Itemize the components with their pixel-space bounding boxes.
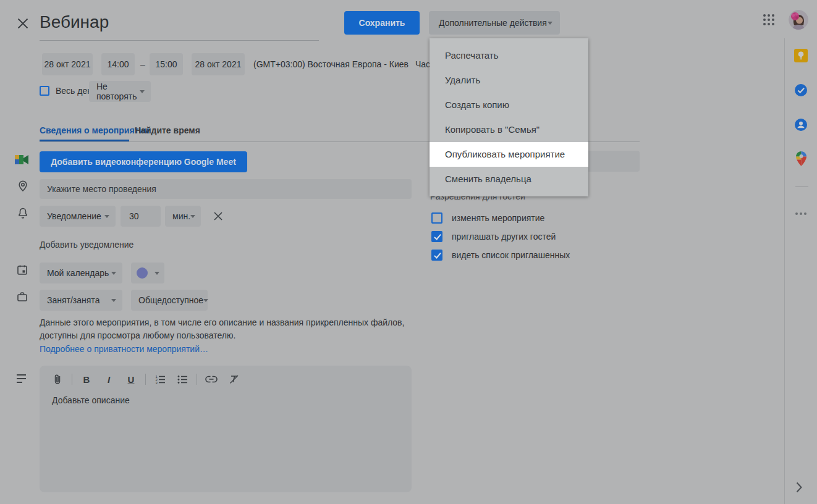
calendar-select[interactable]: Мой календарь bbox=[40, 262, 122, 284]
notification-bell-icon bbox=[17, 207, 29, 222]
more-actions-menu: Распечатать Удалить Создать копию Копиро… bbox=[430, 38, 588, 196]
chevron-down-icon bbox=[155, 272, 159, 275]
calendar-icon bbox=[16, 264, 28, 279]
location-icon bbox=[17, 180, 29, 195]
notification-unit-value: мин. bbox=[172, 211, 190, 221]
close-button[interactable] bbox=[12, 13, 33, 34]
briefcase-icon bbox=[16, 291, 28, 306]
menu-item[interactable]: Распечатать bbox=[430, 43, 588, 68]
notification-type-select[interactable]: Уведомление bbox=[40, 206, 116, 227]
privacy-more-link[interactable]: Подробнее о приватности мероприятий… bbox=[40, 343, 208, 356]
more-addons-button[interactable] bbox=[795, 212, 806, 215]
chevron-down-icon bbox=[548, 22, 552, 25]
recurrence-select[interactable]: Не повторять bbox=[89, 81, 151, 102]
end-time-field[interactable]: 15:00 bbox=[150, 53, 183, 75]
start-time-field[interactable]: 14:00 bbox=[101, 53, 135, 75]
permission-label[interactable]: изменять мероприятие bbox=[452, 213, 544, 223]
google-tasks-icon[interactable] bbox=[794, 83, 808, 99]
underline-button[interactable]: U bbox=[123, 371, 139, 387]
formatting-toolbar: B I U 1 2 3 bbox=[49, 371, 242, 388]
close-icon bbox=[17, 18, 28, 29]
menu-item[interactable]: Создать копию bbox=[430, 93, 588, 117]
permission-checkbox-edit[interactable] bbox=[431, 212, 442, 224]
chevron-down-icon bbox=[111, 272, 116, 275]
bulleted-list-icon bbox=[177, 374, 188, 385]
tab-find-time[interactable]: Найдите время bbox=[135, 121, 200, 140]
clear-formatting-button[interactable] bbox=[226, 371, 242, 387]
timezone-label: (GMT+03:00) Восточная Европа - Киев bbox=[253, 53, 408, 75]
permission-label[interactable]: видеть список приглашенных bbox=[452, 250, 570, 260]
visibility-select[interactable]: Общедоступное bbox=[131, 290, 208, 311]
description-placeholder: Добавьте описание bbox=[52, 395, 130, 405]
chevron-down-icon bbox=[111, 299, 116, 302]
numbered-list-button[interactable]: 1 2 3 bbox=[152, 371, 168, 387]
svg-text:3: 3 bbox=[156, 380, 158, 384]
google-maps-icon[interactable] bbox=[796, 151, 806, 169]
bulleted-list-button[interactable] bbox=[174, 371, 190, 387]
add-notification-link[interactable]: Добавить уведомление bbox=[40, 236, 133, 253]
google-meet-icon bbox=[15, 154, 28, 168]
visibility-value: Общедоступное bbox=[138, 295, 203, 305]
attach-file-button[interactable] bbox=[49, 371, 66, 387]
numbered-list-icon: 1 2 3 bbox=[155, 374, 166, 385]
active-tab-indicator bbox=[40, 140, 129, 141]
time-range-dash: – bbox=[140, 53, 145, 75]
insert-link-button[interactable] bbox=[203, 371, 219, 387]
toolbar-separator bbox=[72, 374, 72, 385]
more-actions-button[interactable]: Дополнительные действия bbox=[429, 11, 560, 35]
menu-item[interactable]: Копировать в "Семья" bbox=[430, 117, 588, 142]
start-date-field[interactable]: 28 окт 2021 bbox=[42, 53, 93, 75]
end-date-field[interactable]: 28 окт 2021 bbox=[192, 53, 245, 75]
account-avatar[interactable] bbox=[789, 10, 808, 30]
recurrence-value: Не повторять bbox=[96, 82, 140, 101]
sidebar-divider bbox=[784, 38, 785, 504]
save-button[interactable]: Сохранить bbox=[344, 11, 420, 35]
google-apps-grid-button[interactable] bbox=[763, 14, 775, 26]
chevron-down-icon bbox=[190, 215, 195, 218]
menu-item[interactable]: Опубликовать мероприятие bbox=[430, 142, 588, 167]
menu-item[interactable]: Сменить владельца bbox=[430, 167, 588, 191]
paperclip-icon bbox=[53, 374, 62, 385]
link-icon bbox=[205, 376, 218, 383]
title-underline bbox=[40, 40, 319, 41]
location-input[interactable] bbox=[40, 179, 412, 199]
notification-value-input[interactable]: 30 bbox=[121, 206, 161, 227]
bold-button[interactable]: B bbox=[78, 371, 95, 387]
chevron-down-icon bbox=[140, 90, 145, 93]
google-keep-icon[interactable] bbox=[794, 49, 808, 65]
description-editor[interactable]: B I U 1 2 3 bbox=[40, 366, 412, 492]
all-day-checkbox[interactable] bbox=[40, 86, 49, 96]
toolbar-separator bbox=[197, 374, 197, 385]
google-contacts-icon[interactable] bbox=[794, 118, 808, 134]
remove-notification-button[interactable] bbox=[208, 206, 229, 227]
sidebar-section-divider bbox=[795, 187, 808, 187]
busy-status-value: Занят/занята bbox=[47, 295, 99, 305]
chevron-right-icon bbox=[796, 482, 803, 493]
privacy-note-line2: доступны для просмотра любому пользовате… bbox=[40, 329, 235, 342]
toolbar-separator bbox=[145, 374, 146, 385]
notification-type-value: Уведомление bbox=[47, 211, 101, 221]
more-actions-label: Дополнительные действия bbox=[439, 18, 547, 28]
tab-event-details[interactable]: Сведения о мероприятии bbox=[40, 121, 150, 140]
italic-button[interactable]: I bbox=[101, 371, 117, 387]
notification-unit-select[interactable]: мин. bbox=[165, 206, 201, 227]
format-clear-icon bbox=[229, 374, 239, 384]
close-icon bbox=[214, 212, 222, 220]
permission-row: видеть список приглашенных bbox=[431, 250, 570, 261]
chevron-down-icon bbox=[203, 299, 208, 302]
menu-item[interactable]: Удалить bbox=[430, 68, 588, 93]
collapse-panel-button[interactable] bbox=[796, 482, 808, 494]
busy-status-select[interactable]: Занят/занята bbox=[40, 290, 122, 311]
permission-row: приглашать других гостей bbox=[431, 231, 556, 242]
calendar-select-value: Мой календарь bbox=[47, 268, 109, 278]
description-icon bbox=[15, 374, 28, 386]
privacy-note-line1: Данные этого мероприятия, в том числе ег… bbox=[40, 316, 404, 329]
permission-row: изменять мероприятие bbox=[431, 212, 544, 224]
event-color-select[interactable] bbox=[131, 262, 164, 284]
permission-label[interactable]: приглашать других гостей bbox=[452, 232, 556, 242]
event-title-input[interactable]: Вебинар bbox=[40, 12, 318, 32]
add-meet-button[interactable]: Добавить видеоконференцию Google Meet bbox=[40, 151, 247, 172]
chevron-down-icon bbox=[104, 215, 109, 218]
permission-checkbox-see-list[interactable] bbox=[431, 250, 442, 261]
permission-checkbox-invite[interactable] bbox=[431, 231, 442, 242]
